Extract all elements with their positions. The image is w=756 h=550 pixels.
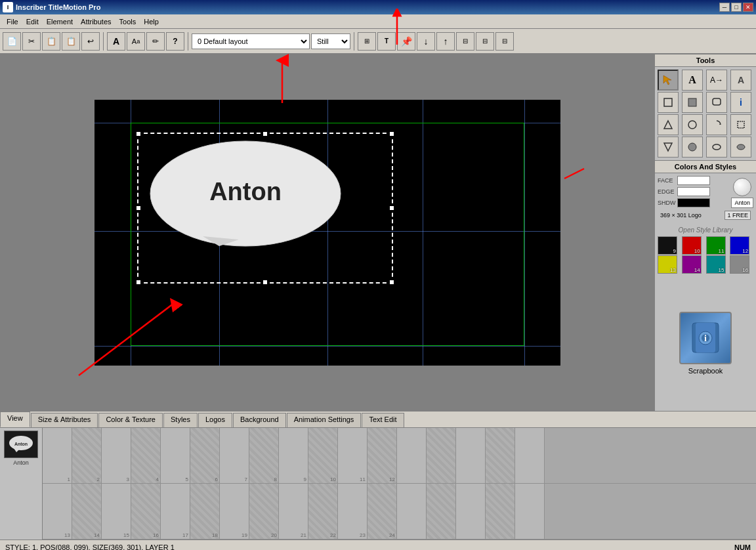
menu-tools[interactable]: Tools (116, 16, 140, 27)
select-tool[interactable] (658, 70, 679, 91)
menu-help[interactable]: Help (140, 16, 163, 27)
cell-10: 10 (308, 428, 338, 483)
swatch-13[interactable]: 13 (658, 255, 677, 274)
copy-button[interactable]: 📋 (42, 32, 60, 51)
cell-8: 8 (249, 428, 279, 483)
status-text: STYLE: 1, POS(088, 099), SIZE(369, 301),… (5, 543, 175, 551)
menu-attributes[interactable]: Attributes (77, 16, 115, 27)
main-canvas[interactable]: Anton (94, 100, 560, 366)
align2-button[interactable]: ⊟ (476, 32, 494, 51)
rotate-tool[interactable] (706, 114, 727, 135)
edge-swatch[interactable] (677, 187, 710, 196)
tab-logos[interactable]: Logos (198, 413, 232, 427)
swatch-12[interactable]: 12 (730, 236, 749, 255)
tab-animation[interactable]: Animation Settings (287, 413, 362, 427)
cell-extra7 (427, 484, 456, 539)
arrow-indicator (390, 9, 404, 48)
text-button[interactable]: A (107, 32, 125, 51)
cell-3: 3 (102, 428, 131, 483)
shdw-swatch[interactable] (677, 198, 710, 207)
color-circle[interactable] (733, 178, 751, 196)
tab-color-texture[interactable]: Color & Texture (98, 413, 163, 427)
tools-grid: A A→ A i (655, 67, 756, 160)
tab-text-edit[interactable]: Text Edit (362, 413, 404, 427)
oval2-tool[interactable] (730, 137, 751, 158)
triangle-tool[interactable] (658, 114, 679, 135)
colors-styles-title: Colors And Styles (655, 160, 756, 173)
cell-extra6 (397, 484, 427, 539)
maximize-button[interactable]: □ (731, 3, 742, 12)
rounded-rect-tool[interactable] (706, 92, 727, 113)
handle-tr[interactable] (389, 131, 394, 137)
cell-21: 21 (279, 484, 308, 539)
new-button[interactable]: 📄 (3, 32, 21, 51)
swatch-10[interactable]: 10 (682, 236, 702, 255)
face-swatch[interactable] (677, 176, 710, 185)
rect2-tool[interactable] (682, 92, 703, 113)
cell-14: 14 (72, 484, 102, 539)
tab-size-attributes[interactable]: Size & Attributes (31, 413, 98, 427)
text3d-tool[interactable]: A (730, 70, 751, 91)
handle-mr[interactable] (389, 205, 394, 211)
text2-button[interactable]: Aa (127, 32, 145, 51)
scrapbook-icon[interactable]: i (679, 312, 732, 364)
swatch-9[interactable]: 9 (658, 236, 677, 255)
handle-ml[interactable] (136, 205, 141, 211)
swatch-16[interactable]: 16 (730, 255, 749, 274)
timeline-row-1: 1 2 3 4 5 6 7 8 9 10 11 12 (43, 428, 756, 484)
handle-tl[interactable] (136, 131, 141, 137)
rect-tool[interactable] (658, 92, 679, 113)
cell-extra9 (486, 484, 515, 539)
right-panel: Tools A A→ A i (654, 54, 756, 411)
triangle2-tool[interactable] (658, 137, 679, 158)
tab-styles[interactable]: Styles (163, 413, 198, 427)
cell-2: 2 (72, 428, 102, 483)
app-title: Inscriber TitleMotion Pro (16, 3, 100, 11)
handle-br[interactable] (389, 280, 394, 285)
swatch-15[interactable]: 15 (706, 255, 726, 274)
oval-tool[interactable] (706, 137, 727, 158)
handle-bl[interactable] (136, 280, 141, 285)
layout-dropdown[interactable]: 0 Default layout (192, 33, 310, 49)
guideline-h3 (94, 346, 560, 347)
still-dropdown[interactable]: Still (311, 33, 350, 49)
menu-file[interactable]: File (3, 16, 22, 27)
free-badge: 1 FREE (724, 211, 751, 220)
preview-text: Anton (731, 198, 753, 208)
timeline-grid: 1 2 3 4 5 6 7 8 9 10 11 12 13 (43, 428, 756, 539)
cell-extra10 (515, 484, 545, 539)
tab-view[interactable]: View (0, 412, 30, 427)
arrow-up-button[interactable]: ↑ (436, 32, 455, 51)
cell-17: 17 (161, 484, 190, 539)
menu-edit[interactable]: Edit (22, 16, 43, 27)
resize-button[interactable]: ⊞ (358, 32, 376, 51)
align1-button[interactable]: ⊟ (456, 32, 474, 51)
cell-5: 5 (161, 428, 190, 483)
app-icon: I (3, 2, 13, 12)
undo-button[interactable]: ↩ (81, 32, 100, 51)
svg-marker-19 (664, 143, 672, 151)
swatch-14[interactable]: 14 (682, 255, 702, 274)
sep1 (103, 32, 104, 51)
text-tool[interactable]: A (682, 70, 703, 91)
cell-extra2 (427, 428, 456, 483)
tab-background[interactable]: Background (233, 413, 286, 427)
align3-button[interactable]: ⊟ (495, 32, 514, 51)
circle2-tool[interactable] (682, 137, 703, 158)
cut-button[interactable]: ✂ (22, 32, 41, 51)
crop-tool[interactable] (730, 114, 751, 135)
arrow-down-button[interactable]: ↓ (417, 32, 435, 51)
swatch-11[interactable]: 11 (706, 236, 726, 255)
crawl-tool[interactable]: A→ (706, 70, 727, 91)
title-bar: I Inscriber TitleMotion Pro ─ □ ✕ (0, 0, 756, 14)
svg-rect-15 (713, 98, 721, 105)
close-button[interactable]: ✕ (743, 3, 753, 12)
handle-tm[interactable] (262, 131, 268, 137)
circle-tool[interactable] (682, 114, 703, 135)
minimize-button[interactable]: ─ (719, 3, 730, 12)
paste-button[interactable]: 📋 (62, 32, 80, 51)
menu-element[interactable]: Element (43, 16, 77, 27)
help-button[interactable]: ? (166, 32, 184, 51)
info-tool[interactable]: i (730, 92, 751, 113)
draw-button[interactable]: ✏ (146, 32, 165, 51)
